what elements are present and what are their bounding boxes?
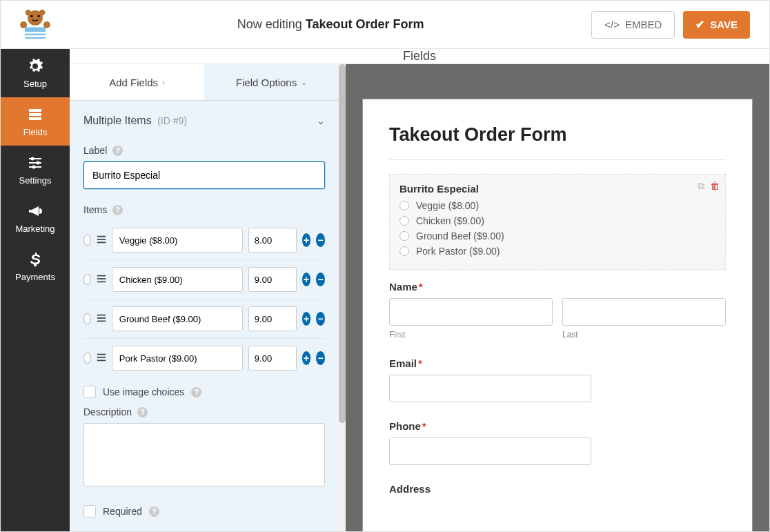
description-textarea[interactable]	[83, 423, 325, 486]
item-row: + −	[83, 221, 325, 260]
sidebar-label: Marketing	[15, 224, 55, 234]
item-name-input[interactable]	[112, 306, 243, 331]
sidebar-item-payments[interactable]: Payments	[1, 242, 70, 290]
option-label: Chicken ($9.00)	[416, 215, 484, 226]
help-icon[interactable]: ?	[137, 407, 148, 417]
sidebar-item-setup[interactable]: Setup	[1, 49, 70, 97]
svg-rect-10	[29, 109, 41, 112]
default-radio[interactable]	[83, 235, 91, 246]
drag-handle-icon[interactable]	[97, 353, 106, 364]
remove-item-button[interactable]: −	[316, 351, 325, 365]
field-actions: ⧉ 🗑	[698, 180, 720, 192]
item-price-input[interactable]	[248, 306, 297, 331]
add-item-button[interactable]: +	[302, 233, 311, 247]
radio-icon	[399, 246, 409, 256]
svg-rect-28	[97, 353, 106, 355]
svg-rect-22	[97, 275, 106, 276]
panel-body: Multiple Items (ID #9) ⌄ Label ? Items	[70, 101, 339, 532]
item-price-input[interactable]	[248, 228, 297, 253]
address-field[interactable]: Address	[389, 483, 726, 495]
remove-item-button[interactable]: −	[316, 233, 325, 247]
remove-item-button[interactable]: −	[316, 312, 325, 326]
scrollbar-thumb[interactable]	[339, 64, 346, 423]
duplicate-icon[interactable]: ⧉	[698, 180, 704, 192]
options-panel: Add Fields › Field Options ⌄ Multiple It…	[70, 64, 339, 532]
email-input[interactable]	[389, 375, 591, 402]
drag-handle-icon[interactable]	[97, 274, 106, 286]
item-price-input[interactable]	[248, 346, 297, 371]
image-choices-checkbox[interactable]	[83, 386, 96, 398]
item-row: + −	[83, 339, 325, 377]
label-input[interactable]	[83, 161, 325, 189]
sidebar-item-fields[interactable]: Fields	[1, 97, 70, 146]
items-list: + − + −	[83, 221, 325, 377]
radio-option[interactable]: Veggie ($8.00)	[399, 200, 715, 211]
default-radio[interactable]	[83, 313, 91, 324]
help-icon[interactable]: ?	[191, 387, 201, 397]
embed-button[interactable]: </> EMBED	[591, 11, 675, 39]
first-name-input[interactable]	[389, 298, 553, 326]
radio-option[interactable]: Pork Pastor ($9.00)	[399, 246, 715, 257]
accordion-header[interactable]: Multiple Items (ID #9) ⌄	[70, 101, 339, 138]
svg-rect-12	[29, 117, 41, 120]
save-button[interactable]: ✔ SAVE	[683, 11, 750, 39]
radio-option[interactable]: Ground Beef ($9.00)	[399, 230, 715, 242]
svg-rect-19	[97, 235, 106, 237]
image-choices-label: Use image choices	[103, 386, 184, 397]
phone-field[interactable]: Phone*	[389, 420, 726, 465]
trash-icon[interactable]: 🗑	[710, 180, 720, 192]
required-checkbox[interactable]	[83, 505, 96, 518]
sidebar-item-settings[interactable]: Settings	[1, 146, 70, 194]
svg-point-14	[31, 157, 34, 160]
gear-icon	[27, 58, 43, 75]
item-name-input[interactable]	[112, 346, 243, 371]
default-radio[interactable]	[83, 353, 91, 364]
item-price-input[interactable]	[248, 267, 297, 292]
add-item-button[interactable]: +	[302, 273, 311, 286]
name-field[interactable]: Name* First Last	[389, 281, 726, 339]
selected-field-block[interactable]: ⧉ 🗑 Burrito Especial Veggie ($8.00) Chic…	[389, 174, 726, 270]
sub-label: Last	[562, 330, 726, 339]
tab-field-options[interactable]: Field Options ⌄	[204, 64, 339, 100]
radio-option[interactable]: Chicken ($9.00)	[399, 215, 715, 226]
tab-label: Field Options	[236, 77, 297, 88]
svg-rect-26	[97, 317, 106, 319]
drag-handle-icon[interactable]	[97, 235, 106, 246]
svg-rect-29	[97, 357, 106, 358]
preview-area: Takeout Order Form ⧉ 🗑 Burrito Especial …	[346, 64, 769, 532]
remove-item-button[interactable]: −	[316, 273, 325, 286]
topbar: Now editing Takeout Order Form </> EMBED…	[1, 1, 769, 49]
last-name-input[interactable]	[562, 298, 726, 326]
section-title: Multiple Items	[83, 115, 152, 126]
phone-input[interactable]	[389, 437, 591, 465]
drag-handle-icon[interactable]	[97, 313, 106, 325]
items-heading: Items	[83, 204, 107, 215]
sliders-icon	[27, 155, 43, 171]
add-item-button[interactable]: +	[302, 312, 311, 326]
sidebar-label: Settings	[19, 175, 52, 186]
svg-rect-30	[97, 359, 106, 361]
email-field[interactable]: Email*	[389, 357, 726, 402]
svg-rect-27	[97, 320, 106, 322]
tab-add-fields[interactable]: Add Fields ›	[70, 64, 204, 100]
help-icon[interactable]: ?	[149, 506, 159, 517]
add-item-button[interactable]: +	[302, 351, 311, 365]
panel-scrollbar[interactable]	[339, 64, 346, 532]
svg-point-1	[30, 14, 32, 17]
megaphone-icon	[27, 203, 43, 219]
svg-point-3	[26, 10, 31, 15]
description-heading-row: Description ?	[83, 406, 325, 417]
default-radio[interactable]	[83, 274, 91, 285]
svg-rect-7	[25, 35, 46, 37]
sidebar-item-marketing[interactable]: Marketing	[1, 194, 70, 242]
check-icon: ✔	[695, 18, 704, 31]
help-icon[interactable]: ?	[112, 205, 123, 215]
item-name-input[interactable]	[112, 267, 243, 292]
chevron-down-icon: ⌄	[301, 78, 307, 87]
svg-rect-11	[29, 113, 41, 116]
item-name-input[interactable]	[112, 228, 243, 253]
help-icon[interactable]: ?	[112, 146, 123, 156]
tab-label: Add Fields	[109, 77, 158, 88]
field-label: Name	[389, 281, 417, 293]
field-label: Email	[389, 357, 417, 369]
